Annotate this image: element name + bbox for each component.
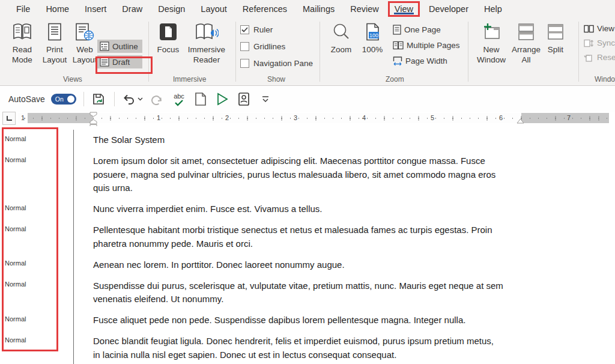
tab-mailings[interactable]: Mailings	[295, 1, 342, 17]
arrange-all-button[interactable]: Arrange All	[509, 23, 543, 65]
tab-file[interactable]: File	[8, 1, 38, 17]
split-button[interactable]: Split	[542, 23, 569, 55]
zoom-label: Zoom	[331, 44, 352, 55]
tab-stop-selector[interactable]	[2, 112, 16, 125]
document-paragraph: Lorem ipsum dolor sit amet, consectetuer…	[93, 154, 523, 195]
page-width-label: Page Width	[405, 56, 447, 65]
document-paragraph: Donec blandit feugiat ligula. Donec hend…	[93, 335, 523, 362]
synchronous-scrolling-button[interactable]: Synch	[584, 38, 615, 47]
document-area[interactable]: Normal Normal Normal Normal Normal Norma…	[0, 126, 615, 364]
page-width-button[interactable]: Page Width	[390, 54, 464, 68]
draft-button[interactable]: Draft	[97, 55, 142, 68]
gridlines-checkbox[interactable]: Gridlines	[240, 40, 313, 53]
new-window-label: New Window	[477, 44, 506, 65]
group-separator	[468, 22, 468, 82]
arrange-all-icon	[517, 23, 535, 41]
read-mode-button[interactable]: Read Mode	[5, 23, 40, 65]
ruler-number: 5	[431, 114, 434, 121]
zoom-100-button[interactable]: 100 100%	[357, 23, 388, 55]
view-ribbon: Read Mode Print Layout Web Layout Outlin…	[0, 18, 615, 86]
contact-card-icon[interactable]	[236, 91, 252, 107]
page-width-icon	[393, 56, 402, 66]
svg-text:100: 100	[369, 32, 378, 38]
ruler-number: 3	[294, 114, 297, 121]
tab-references[interactable]: References	[235, 1, 295, 17]
ruler-number: 1	[157, 114, 160, 121]
document-paragraph: Fusce aliquet pede non pede. Suspendisse…	[93, 314, 523, 327]
read-mode-icon	[12, 23, 32, 41]
undo-button[interactable]	[122, 91, 144, 107]
document-paragraph: Aenean nec lorem. In porttitor. Donec la…	[93, 258, 523, 272]
redo-button[interactable]	[150, 91, 165, 107]
immersive-reader-icon	[195, 23, 219, 41]
show-group-label: Show	[267, 75, 285, 83]
style-area-divider[interactable]	[73, 130, 74, 364]
tab-home[interactable]: Home	[38, 1, 77, 17]
outline-icon	[100, 41, 109, 51]
immersive-reader-button[interactable]: Immersive Reader	[184, 23, 229, 65]
split-icon	[547, 23, 565, 41]
zoom-100-icon: 100	[363, 23, 381, 41]
multiple-pages-icon	[393, 41, 404, 50]
document-paragraph: Nunc viverra imperdiet enim. Fusce est. …	[93, 202, 523, 216]
ruler-band[interactable]: 1 1 2 3 4 5 6 7	[18, 113, 609, 123]
document-paragraph: Pellentesque habitant morbi tristique se…	[93, 223, 523, 250]
view-side-by-side-label: View S	[597, 24, 615, 33]
gridlines-checkbox-label: Gridlines	[253, 42, 285, 51]
new-window-button[interactable]: New Window	[474, 23, 508, 65]
ribbon-tab-bar: File Home Insert Draw Design Layout Refe…	[0, 0, 615, 18]
focus-button[interactable]: Focus	[153, 23, 184, 55]
tab-design[interactable]: Design	[150, 1, 193, 17]
view-side-by-side-icon	[584, 25, 594, 33]
ruler-checkbox[interactable]: Ruler	[240, 23, 313, 36]
group-separator	[148, 22, 149, 82]
reset-window-position-button[interactable]: Reset	[584, 53, 615, 62]
tab-developer[interactable]: Developer	[421, 1, 476, 17]
view-side-by-side-button[interactable]: View S	[584, 24, 615, 33]
svg-text:abc: abc	[174, 93, 184, 100]
document-title: The Solar System	[93, 133, 523, 147]
outline-button[interactable]: Outline	[97, 40, 142, 53]
multiple-pages-button[interactable]: Multiple Pages	[390, 39, 464, 52]
ruler-number: 2	[225, 114, 229, 121]
customize-qat-icon[interactable]	[258, 91, 273, 107]
one-page-button[interactable]: One Page	[390, 23, 464, 37]
style-label-normal: Normal	[5, 156, 26, 163]
web-layout-icon	[75, 23, 94, 41]
style-label-normal: Normal	[5, 315, 26, 323]
tab-view[interactable]: View	[388, 1, 420, 17]
save-sync-icon[interactable]	[91, 91, 107, 107]
outline-label: Outline	[112, 42, 138, 51]
quick-access-toolbar: AutoSave On abc	[0, 86, 615, 112]
tab-review[interactable]: Review	[342, 1, 387, 17]
zoom-100-label: 100%	[362, 44, 383, 55]
tab-draw[interactable]: Draw	[114, 1, 150, 17]
tab-insert[interactable]: Insert	[77, 1, 114, 17]
document-text[interactable]: The Solar System Lorem ipsum dolor sit a…	[93, 133, 523, 364]
reset-window-position-icon	[584, 53, 594, 62]
autosave-toggle[interactable]: On	[51, 94, 76, 105]
arrange-all-label: Arrange All	[512, 44, 541, 65]
style-label-normal: Normal	[5, 135, 26, 142]
tab-help[interactable]: Help	[476, 1, 510, 17]
document-paragraph: Suspendisse dui purus, scelerisque at, v…	[93, 279, 523, 306]
multiple-pages-label: Multiple Pages	[407, 41, 460, 50]
spelling-check-icon[interactable]: abc	[171, 91, 187, 107]
style-label-normal: Normal	[5, 281, 26, 288]
read-mode-label: Read Mode	[12, 44, 32, 65]
right-indent-marker[interactable]	[517, 118, 524, 124]
first-line-indent-marker[interactable]	[89, 112, 97, 117]
zoom-button[interactable]: Zoom	[326, 23, 357, 55]
navigation-pane-checkbox[interactable]: Navigation Pane	[240, 56, 313, 70]
checkbox-unchecked-icon	[240, 59, 249, 68]
style-label-normal: Normal	[5, 225, 26, 232]
tab-layout[interactable]: Layout	[193, 1, 235, 17]
group-separator	[578, 22, 579, 82]
one-page-icon	[393, 25, 401, 35]
run-macro-icon[interactable]	[214, 91, 230, 107]
synchronous-scrolling-icon	[584, 39, 594, 47]
checkbox-checked-icon	[240, 25, 249, 34]
print-layout-icon	[47, 23, 62, 41]
navigation-pane-checkbox-label: Navigation Pane	[253, 59, 313, 68]
new-document-icon[interactable]	[193, 91, 208, 107]
